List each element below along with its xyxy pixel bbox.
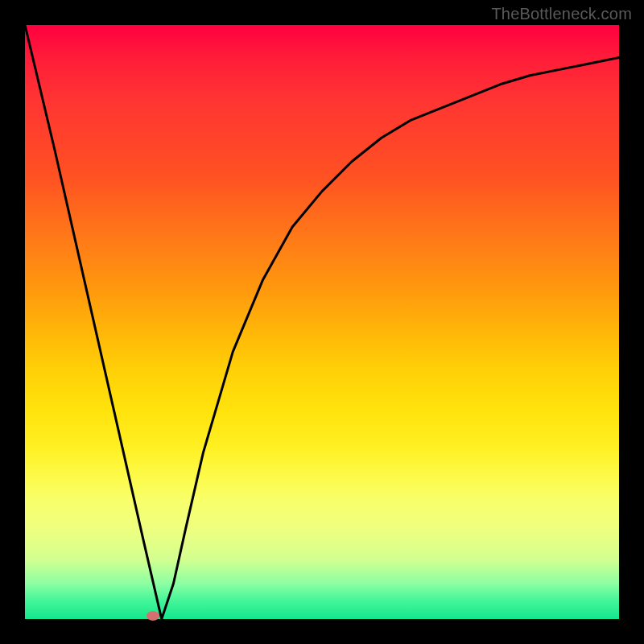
- optimum-marker-icon: [147, 611, 159, 621]
- chart-frame: TheBottleneck.com: [0, 0, 644, 644]
- watermark-text: TheBottleneck.com: [491, 5, 632, 23]
- bottleneck-curve: [25, 25, 619, 619]
- plot-area: [25, 25, 619, 619]
